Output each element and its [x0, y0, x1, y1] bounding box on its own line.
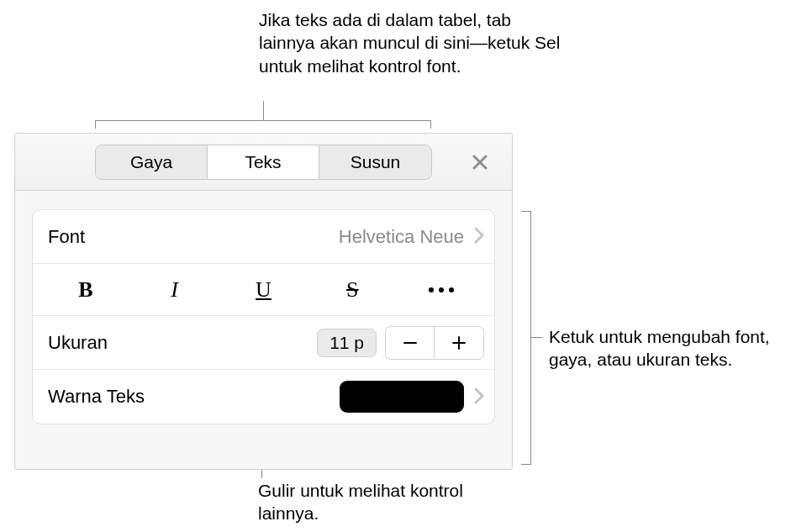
callout-bottom: Gulir untuk melihat kontrol lainnya. — [258, 479, 493, 525]
format-panel: Gaya Teks Susun Font Helvetica Neue B — [14, 133, 513, 470]
tab-style[interactable]: Gaya — [96, 145, 208, 179]
text-color-row[interactable]: Warna Teks — [33, 370, 494, 424]
strikethrough-button[interactable]: S — [308, 264, 397, 315]
bracket-right — [521, 211, 531, 465]
bracket-top — [95, 120, 431, 129]
font-row[interactable]: Font Helvetica Neue — [33, 210, 494, 264]
panel-body: Font Helvetica Neue B I U S Ukuran 11 p — [15, 191, 512, 424]
text-color-label: Warna Teks — [48, 386, 145, 408]
size-value[interactable]: 11 p — [317, 329, 377, 357]
italic-button[interactable]: I — [130, 264, 219, 315]
plus-icon — [451, 334, 467, 351]
panel-header: Gaya Teks Susun — [15, 134, 512, 191]
minus-icon — [402, 334, 419, 351]
callout-right: Ketuk untuk mengubah font, gaya, atau uk… — [549, 325, 784, 371]
segmented-control: Gaya Teks Susun — [95, 145, 432, 180]
close-icon — [472, 154, 488, 171]
size-stepper — [385, 326, 484, 360]
font-value: Helvetica Neue — [339, 226, 464, 248]
size-row: Ukuran 11 p — [33, 316, 494, 370]
underline-button[interactable]: U — [219, 264, 308, 315]
chevron-right-icon — [474, 224, 484, 250]
color-swatch[interactable] — [340, 381, 464, 413]
more-icon — [429, 287, 454, 292]
format-row: B I U S — [33, 264, 494, 316]
tab-text[interactable]: Teks — [208, 145, 319, 179]
settings-card: Font Helvetica Neue B I U S Ukuran 11 p — [32, 209, 495, 424]
chevron-right-icon — [474, 384, 484, 410]
callout-line-right — [531, 337, 543, 338]
more-options-button[interactable] — [397, 264, 486, 315]
callout-top: Jika teks ada di dalam tabel, tab lainny… — [259, 8, 570, 77]
bold-button[interactable]: B — [41, 264, 130, 315]
callout-line-top — [263, 101, 264, 120]
size-label: Ukuran — [48, 332, 108, 354]
tab-arrange[interactable]: Susun — [319, 145, 431, 179]
font-label: Font — [48, 226, 85, 248]
increase-size-button[interactable] — [435, 327, 483, 359]
decrease-size-button[interactable] — [386, 327, 435, 359]
close-button[interactable] — [467, 149, 493, 176]
